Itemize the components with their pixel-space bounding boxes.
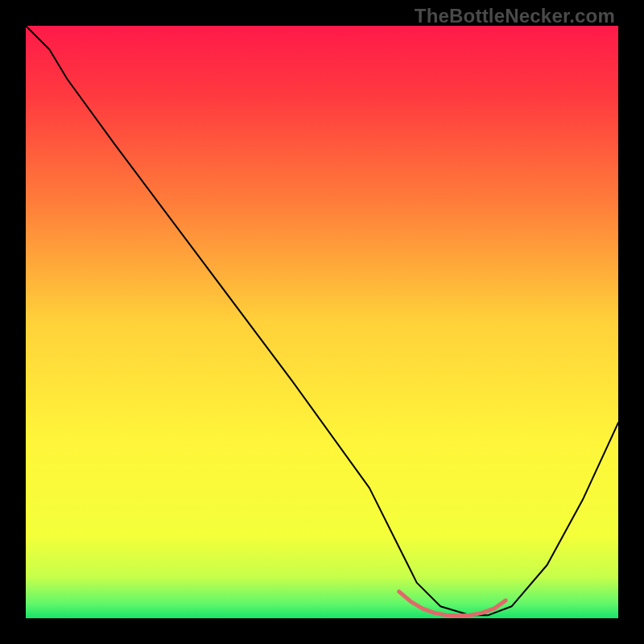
bottleneck-chart [26, 26, 618, 618]
chart-background [26, 26, 618, 618]
watermark-text: TheBottleNecker.com [415, 5, 615, 27]
chart-frame [26, 26, 618, 618]
